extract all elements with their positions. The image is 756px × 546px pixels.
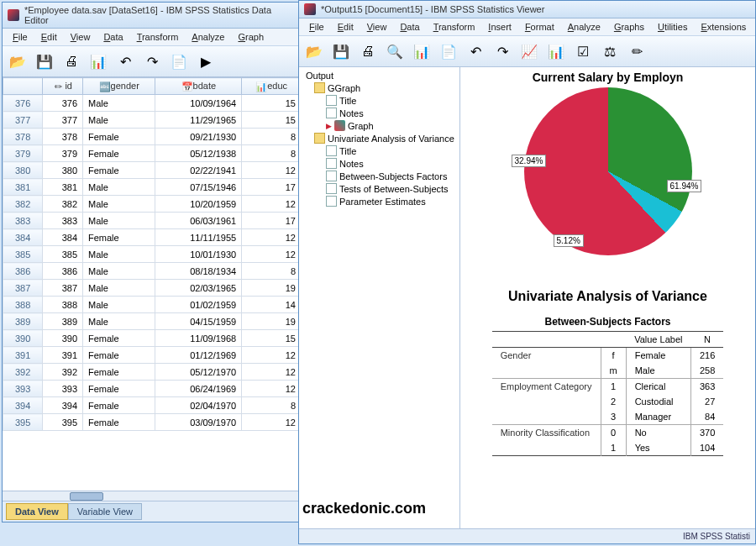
outline-ggraph-notes[interactable]: Notes bbox=[301, 107, 458, 119]
pie-chart[interactable]: 32.94% 5.12% 61.94% bbox=[503, 87, 713, 281]
print-button[interactable]: 🖨 bbox=[60, 50, 83, 73]
table-row[interactable]: 388388Male01/02/195914 bbox=[3, 297, 302, 313]
menu-extensions[interactable]: Extensions bbox=[694, 20, 753, 34]
title-icon bbox=[326, 145, 337, 156]
menu-format[interactable]: Format bbox=[518, 20, 561, 34]
table-row[interactable]: 377377Male11/29/196515 bbox=[3, 112, 302, 129]
menu-view[interactable]: View bbox=[360, 20, 394, 34]
viewer-titlebar[interactable]: *Output15 [Document15] - IBM SPSS Statis… bbox=[299, 1, 755, 18]
print-button[interactable]: 🖨 bbox=[356, 39, 380, 63]
export-button[interactable]: 📊 bbox=[87, 50, 110, 73]
outline-uav-bsf[interactable]: Between-Subjects Factors bbox=[301, 170, 458, 182]
tab-data-view[interactable]: Data View bbox=[6, 503, 68, 520]
column-header-id[interactable]: ✏id bbox=[43, 78, 83, 95]
column-header-educ[interactable]: 📊educ bbox=[242, 78, 302, 95]
goto-button[interactable]: 📄 bbox=[437, 39, 460, 63]
menu-insert[interactable]: Insert bbox=[481, 20, 518, 34]
save-button[interactable]: 💾 bbox=[329, 39, 353, 63]
table-row[interactable]: 378378Female09/21/19308 bbox=[3, 129, 302, 145]
outline-root[interactable]: Output bbox=[301, 70, 458, 81]
bars-button[interactable]: 📊 bbox=[544, 39, 568, 63]
outline-ggraph-title[interactable]: Title bbox=[301, 94, 458, 107]
menu-data[interactable]: Data bbox=[97, 30, 129, 44]
redo-button[interactable]: ↷ bbox=[140, 50, 164, 73]
outline-uav-notes[interactable]: Notes bbox=[301, 157, 458, 170]
table-row[interactable]: 384384Female11/11/195512 bbox=[3, 229, 302, 246]
menu-graph[interactable]: Graph bbox=[231, 30, 270, 44]
notes-icon bbox=[326, 108, 337, 118]
menu-file[interactable]: File bbox=[302, 20, 331, 34]
menu-transform[interactable]: Transform bbox=[427, 20, 482, 34]
undo-button[interactable]: ↶ bbox=[464, 39, 487, 63]
outline-uav-title[interactable]: Title bbox=[301, 144, 458, 157]
table-row[interactable]: 379379Female05/12/19388 bbox=[3, 145, 302, 162]
viewer-statusbar: IBM SPSS Statisti bbox=[299, 528, 755, 543]
menu-data[interactable]: Data bbox=[393, 20, 426, 34]
outline-pane[interactable]: Output GGraph Title Notes ▶Graph Univari… bbox=[299, 67, 460, 528]
menu-graphs[interactable]: Graphs bbox=[607, 20, 651, 34]
horizontal-scrollbar[interactable] bbox=[3, 491, 302, 501]
bsf-row: 1Yes104 bbox=[492, 440, 724, 456]
table-row[interactable]: 394394Female02/04/19708 bbox=[3, 397, 302, 414]
goto-button[interactable]: 📄 bbox=[167, 50, 191, 73]
outline-ggraph[interactable]: GGraph bbox=[301, 81, 458, 94]
menu-analyze[interactable]: Analyze bbox=[561, 20, 607, 34]
undo-button[interactable]: ↶ bbox=[113, 50, 137, 73]
edit-button[interactable]: ✏ bbox=[625, 39, 648, 63]
graph-icon bbox=[334, 120, 345, 131]
pie-label-green: 32.94% bbox=[512, 155, 547, 167]
data-editor-title: *Employee data.sav [DataSet16] - IBM SPS… bbox=[24, 5, 297, 25]
spss-icon bbox=[304, 3, 316, 15]
bsf-table[interactable]: Value LabelN GenderfFemale216mMale258Emp… bbox=[492, 331, 724, 456]
view-tabs: Data View Variable View bbox=[3, 501, 302, 522]
chart-button[interactable]: 📈 bbox=[517, 39, 541, 63]
column-header-bdate[interactable]: 📅bdate bbox=[155, 78, 242, 95]
select-button[interactable]: ☑ bbox=[571, 39, 595, 63]
table-row[interactable]: 395395Female03/09/197012 bbox=[3, 414, 302, 431]
table-row[interactable]: 382382Male10/20/195912 bbox=[3, 196, 302, 213]
run-button[interactable]: ▶ bbox=[194, 50, 218, 73]
save-button[interactable]: 💾 bbox=[33, 50, 56, 73]
table-row[interactable]: 385385Male10/01/193012 bbox=[3, 246, 302, 263]
data-editor-titlebar[interactable]: *Employee data.sav [DataSet16] - IBM SPS… bbox=[3, 3, 302, 29]
output-content[interactable]: Current Salary by Employn 32.94% 5.12% 6… bbox=[460, 67, 755, 528]
weight-button[interactable]: ⚖ bbox=[598, 39, 622, 63]
table-row[interactable]: 387387Male02/03/196519 bbox=[3, 280, 302, 297]
open-button[interactable]: 📂 bbox=[6, 50, 29, 73]
menu-analyze[interactable]: Analyze bbox=[185, 30, 231, 44]
table-row[interactable]: 380380Female02/22/194112 bbox=[3, 162, 302, 179]
table-row[interactable]: 393393Female06/24/196912 bbox=[3, 381, 302, 397]
outline-uav-tests[interactable]: Tests of Between-Subjects bbox=[301, 182, 458, 195]
menu-edit[interactable]: Edit bbox=[331, 20, 360, 34]
table-row[interactable]: 376376Male10/09/196415 bbox=[3, 95, 302, 112]
outline-uav[interactable]: Univariate Analysis of Variance bbox=[301, 132, 458, 144]
outline-ggraph-graph[interactable]: ▶Graph bbox=[301, 119, 458, 132]
table-row[interactable]: 390390Female11/09/196815 bbox=[3, 330, 302, 347]
menu-transform[interactable]: Transform bbox=[130, 30, 186, 44]
table-row[interactable]: 386386Male08/18/19348 bbox=[3, 263, 302, 280]
table-row[interactable]: 383383Male06/03/196117 bbox=[3, 213, 302, 229]
column-header-gender[interactable]: 🔤gender bbox=[83, 78, 155, 95]
tab-variable-view[interactable]: Variable View bbox=[68, 503, 142, 520]
table-row[interactable]: 392392Female05/12/197012 bbox=[3, 364, 302, 381]
viewer-menubar: FileEditViewDataTransformInsertFormatAna… bbox=[299, 18, 755, 36]
bsf-row: Employment Category1Clerical363 bbox=[492, 379, 724, 395]
table-row[interactable]: 389389Male04/15/195919 bbox=[3, 313, 302, 330]
export-button[interactable]: 📊 bbox=[410, 39, 433, 63]
column-header-row[interactable] bbox=[3, 78, 43, 95]
data-grid[interactable]: ✏id🔤gender📅bdate📊educ 376376Male10/09/19… bbox=[3, 77, 302, 491]
outline-uav-param[interactable]: Parameter Estimates bbox=[301, 195, 458, 207]
redo-button[interactable]: ↷ bbox=[491, 39, 514, 63]
menu-view[interactable]: View bbox=[64, 30, 97, 44]
data-editor-menubar: FileEditViewDataTransformAnalyzeGraph bbox=[3, 29, 302, 46]
menu-edit[interactable]: Edit bbox=[34, 30, 64, 44]
open-button[interactable]: 📂 bbox=[302, 39, 326, 63]
table-icon bbox=[326, 196, 337, 207]
zoom-button[interactable]: 🔍 bbox=[383, 39, 407, 63]
menu-file[interactable]: File bbox=[6, 30, 34, 44]
bsf-row: GenderfFemale216 bbox=[492, 348, 724, 364]
table-row[interactable]: 381381Male07/15/194617 bbox=[3, 179, 302, 196]
table-row[interactable]: 391391Female01/12/196912 bbox=[3, 347, 302, 364]
menu-utilities[interactable]: Utilities bbox=[651, 20, 694, 34]
pie-label-cyan: 5.12% bbox=[554, 234, 584, 247]
